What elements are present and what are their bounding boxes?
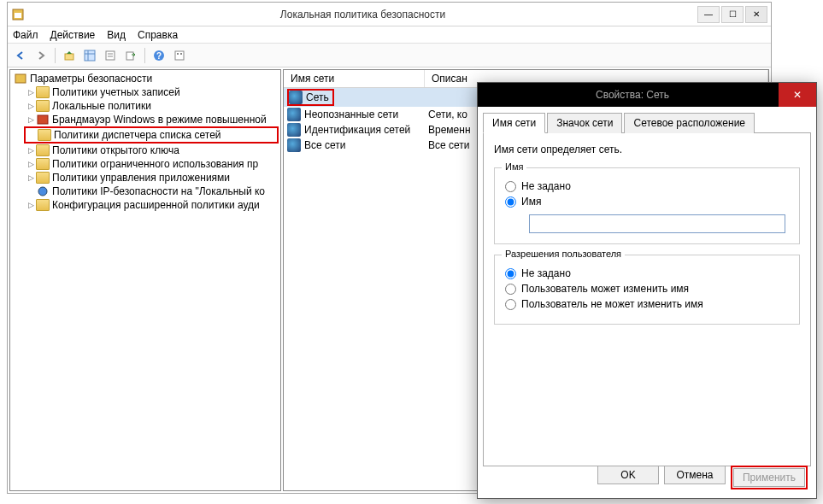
ok-button[interactable]: OK [597,466,659,484]
window-title: Локальная политика безопасности [30,9,696,21]
radio-label: Имя [521,196,541,208]
list-cell: Идентификация сетей [304,124,410,136]
menu-help[interactable]: Справка [138,29,178,41]
svg-rect-1 [15,13,21,18]
tree-item-network-list-manager[interactable]: Политики диспетчера списка сетей [24,126,279,144]
list-cell: Все сети [304,139,346,151]
radio-perm-cannot-change[interactable] [505,299,516,310]
svg-rect-15 [15,74,26,83]
apply-button[interactable]: Применить [733,468,805,487]
tree-label: Политики ограниченного использования пр [52,158,258,170]
tab-network-name[interactable]: Имя сети [483,113,545,133]
expand-icon[interactable]: ▷ [26,102,36,110]
cancel-button[interactable]: Отмена [664,466,726,484]
tree-item-ip-security[interactable]: Политики IP-безопасности на "Локальный к… [24,185,279,198]
menu-file[interactable]: Файл [13,29,38,41]
groupbox-permissions: Разрешения пользователя Не задано Пользо… [494,255,800,325]
folder-icon [36,172,50,184]
folder-icon [36,86,50,98]
tree-label: Политики IP-безопасности на "Локальный к… [52,185,265,197]
svg-rect-2 [65,54,73,60]
list-cell: Сеть [306,91,329,103]
tree-panel: Параметры безопасности ▷Политики учетных… [9,69,281,491]
svg-rect-6 [106,51,115,60]
radio-label: Не задано [521,267,571,279]
folder-icon [36,199,50,211]
menu-action[interactable]: Действие [50,29,96,41]
radio-name-unset[interactable] [505,181,516,192]
radio-name-set-row[interactable]: Имя [505,196,789,208]
groupbox-title: Разрешения пользователя [502,249,625,259]
ipsec-icon [36,185,50,197]
svg-rect-16 [38,115,48,124]
network-icon [287,123,301,137]
tree-item-account-policies[interactable]: ▷Политики учетных записей [24,85,279,99]
radio-label: Пользователь не может изменить имя [521,298,703,310]
menu-view[interactable]: Вид [107,29,126,41]
security-root-icon [14,73,27,85]
expand-icon[interactable]: ▷ [26,88,36,97]
dialog-title: Свойства: Сеть [486,89,779,101]
svg-text:?: ? [156,51,162,61]
tab-network-location[interactable]: Сетевое расположение [624,113,755,133]
network-icon [287,108,301,121]
tree-root-item[interactable]: Параметры безопасности [12,72,279,85]
svg-rect-13 [177,53,179,55]
maximize-button[interactable]: ☐ [721,6,744,23]
close-button[interactable]: ✕ [745,6,767,23]
expand-icon[interactable]: ▷ [26,146,36,155]
column-header-name[interactable]: Имя сети [284,70,425,87]
radio-name-unset-row[interactable]: Не задано [505,180,789,192]
radio-perm-can-change[interactable] [505,284,516,295]
radio-perm-unset-row[interactable]: Не задано [505,267,789,279]
expand-icon[interactable]: ▷ [26,173,36,182]
tab-description: Имя сети определяет сеть. [494,144,800,155]
tree-item-audit-config[interactable]: ▷Конфигурация расширенной политики ауди [24,198,279,212]
toolbar: ? [8,44,771,67]
view-list-button[interactable] [80,46,99,65]
refresh-button[interactable] [170,46,189,65]
svg-point-17 [38,187,47,196]
tree-label: Локальные политики [52,100,151,112]
radio-perm-can-row[interactable]: Пользователь может изменить имя [505,283,789,295]
firewall-icon [36,114,50,126]
network-icon [287,138,301,152]
expand-icon[interactable]: ▷ [26,115,36,124]
up-button[interactable] [60,46,79,65]
radio-name-set[interactable] [505,196,516,208]
properties-button[interactable] [101,46,120,65]
tree-item-public-key[interactable]: ▷Политики открытого ключа [24,144,279,157]
radio-perm-unset[interactable] [505,268,516,279]
tree-item-local-policies[interactable]: ▷Локальные политики [24,99,279,113]
folder-icon [36,100,50,112]
tree-label: Конфигурация расширенной политики ауди [52,199,260,211]
tab-network-icon[interactable]: Значок сети [547,113,622,133]
forward-button[interactable] [32,46,50,65]
radio-label: Не задано [521,180,571,192]
folder-icon [36,144,50,156]
expand-icon[interactable]: ▷ [26,201,36,209]
radio-perm-cannot-row[interactable]: Пользователь не может изменить имя [505,298,789,310]
menubar: Файл Действие Вид Справка [8,26,771,44]
tree-item-app-control[interactable]: ▷Политики управления приложениями [24,171,279,185]
tree-label: Параметры безопасности [30,73,152,85]
dialog-close-button[interactable]: ✕ [779,83,816,107]
help-button[interactable]: ? [150,46,168,65]
tree-item-firewall[interactable]: ▷Брандмауэр Windows в режиме повышенной [24,113,279,126]
back-button[interactable] [11,46,30,65]
minimize-button[interactable]: — [697,6,720,23]
export-button[interactable] [121,46,140,65]
network-name-input[interactable] [529,214,785,233]
svg-rect-9 [126,52,133,60]
expand-icon[interactable]: ▷ [26,160,36,168]
tab-content: Имя сети определяет сеть. Имя Не задано … [483,133,811,466]
folder-icon [38,129,51,141]
list-cell: Неопознанные сети [304,108,398,120]
svg-rect-12 [175,51,184,60]
folder-icon [36,158,50,170]
tree-item-software-restriction[interactable]: ▷Политики ограниченного использования пр [24,157,279,171]
dialog-tabs: Имя сети Значок сети Сетевое расположени… [483,112,811,133]
tree-label: Политики управления приложениями [52,172,230,184]
groupbox-title: Имя [502,161,526,172]
svg-rect-14 [180,53,182,55]
